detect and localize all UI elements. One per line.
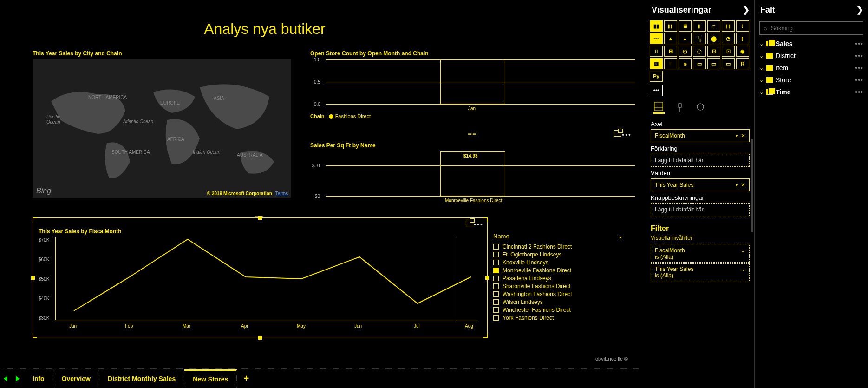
more-options-icon[interactable]: ••• [855, 88, 863, 96]
more-options-icon[interactable]: ••• [855, 52, 863, 59]
tab-next-icon[interactable] [14, 375, 22, 383]
more-options-icon[interactable]: ••• [622, 131, 632, 138]
viz-type-button[interactable]: ⊞ [664, 46, 677, 57]
name-slicer[interactable]: Name ⌄ Cincinnati 2 Fashions DirectFt. O… [493, 232, 623, 322]
chevron-down-icon[interactable]: ⌄ [759, 53, 764, 59]
focus-mode-icon[interactable] [466, 220, 473, 226]
values-field[interactable]: This Year Sales ▾✕ [651, 178, 750, 191]
slicer-item[interactable]: Ft. Oglethorpe Lindseys [493, 251, 623, 258]
slicer-item[interactable]: Cincinnati 2 Fashions Direct [493, 243, 623, 250]
tooltips-dropzone[interactable]: Lägg till datafält här [651, 203, 750, 216]
viz-type-button[interactable]: ⌾ [679, 58, 692, 69]
field-table-sales[interactable]: ⌄Sales••• [755, 38, 868, 50]
more-options-icon[interactable]: ••• [474, 221, 483, 228]
viz-type-button[interactable]: ⫿⫿ [664, 20, 677, 32]
checkbox-icon[interactable] [493, 260, 499, 265]
viz-type-button[interactable]: R [736, 58, 749, 69]
axis-field[interactable]: FiscalMonth ▾✕ [651, 129, 750, 142]
tab-district-monthly-sales[interactable]: District Monthly Sales [99, 369, 184, 388]
viz-type-button[interactable]: ⫶ [736, 20, 749, 32]
chevron-down-icon[interactable]: ⌄ [759, 65, 764, 71]
viz-type-button[interactable]: ░ [693, 33, 706, 44]
viz-type-button[interactable]: Py [650, 71, 663, 82]
checkbox-icon[interactable] [493, 252, 499, 257]
field-table-item[interactable]: ⌄Item••• [755, 62, 868, 74]
drag-handle-icon[interactable]: ══ [255, 214, 265, 219]
viz-type-button[interactable]: ◉ [736, 46, 749, 57]
tab-info[interactable]: Info [24, 369, 53, 388]
slicer-item[interactable]: Pasadena Lindseys [493, 275, 623, 282]
slicer-item[interactable]: York Fashions Direct [493, 315, 623, 321]
viz-type-button[interactable]: ≡ [664, 58, 677, 69]
checkbox-icon[interactable] [493, 315, 499, 321]
viz-type-button[interactable]: ▭ [693, 58, 706, 69]
field-table-time[interactable]: ⌄Time••• [755, 86, 868, 98]
open-store-count-chart[interactable]: Open Store Count by Open Month and Chain… [310, 50, 635, 128]
viz-type-button[interactable]: ◌ [693, 46, 706, 57]
tab-new-stores[interactable]: New Stores [184, 369, 237, 388]
checkbox-icon[interactable] [493, 291, 499, 297]
chevron-down-icon[interactable]: ⌄ [618, 232, 623, 240]
scrollbar[interactable] [751, 139, 753, 232]
map-visual[interactable]: This Year Sales by City and Chain NORTH … [33, 50, 291, 203]
checkbox-icon[interactable] [493, 244, 499, 250]
slicer-item[interactable]: Washington Fashions Direct [493, 291, 623, 297]
more-options-icon[interactable]: ••• [855, 40, 863, 47]
chevron-down-icon[interactable]: ⌄ [759, 77, 764, 83]
bar1-bar-jan[interactable] [440, 59, 505, 104]
chevron-down-icon[interactable]: ⌄ [741, 247, 745, 254]
viz-type-button[interactable]: ▴ [679, 33, 692, 44]
viz-type-button[interactable]: ▭ [707, 58, 720, 69]
field-table-district[interactable]: ⌄District••• [755, 50, 868, 62]
sales-per-sqft-chart[interactable]: Sales Per Sq Ft by Name $10 $0 $14.93 Mo… [310, 142, 635, 211]
slicer-item[interactable]: Knoxville Lindseys [493, 259, 623, 266]
viz-type-button[interactable]: ≡ [707, 20, 720, 32]
viz-type-button[interactable]: ≣ [679, 20, 692, 32]
legend-dropzone[interactable]: Lägg till datafält här [651, 154, 750, 167]
fields-search-input[interactable]: ⌕ Sökning [759, 21, 863, 35]
slicer-item[interactable]: Winchester Fashions Direct [493, 307, 623, 313]
chevron-down-icon[interactable]: ▾ [736, 183, 738, 188]
fields-tool-icon[interactable] [653, 102, 665, 114]
checkbox-icon[interactable] [493, 283, 499, 289]
map-terms-link[interactable]: Terms [275, 191, 288, 196]
collapse-panel-icon[interactable]: ❯ [743, 5, 750, 15]
checkbox-icon[interactable] [493, 276, 499, 281]
more-options-icon[interactable]: ••• [855, 76, 863, 84]
viz-type-button[interactable]: ⫿⫿ [722, 20, 735, 32]
chevron-down-icon[interactable]: ⌄ [741, 266, 745, 272]
viz-type-button[interactable]: ▦ [650, 58, 663, 69]
map-image[interactable]: NORTH AMERICA EUROPE ASIA AFRICA SOUTH A… [33, 59, 291, 198]
drag-handle-icon[interactable]: ══ [468, 132, 477, 137]
checkbox-icon[interactable] [493, 268, 499, 273]
viz-type-button[interactable]: 〰 [650, 33, 663, 44]
remove-field-icon[interactable]: ✕ [741, 132, 745, 139]
tab-overview[interactable]: Overview [53, 369, 99, 388]
viz-type-button[interactable]: ⬤ [707, 33, 720, 44]
slicer-item[interactable]: Wilson Lindseys [493, 299, 623, 305]
slicer-item[interactable]: Sharonville Fashions Direct [493, 283, 623, 289]
viz-type-button[interactable]: ⫿ [736, 33, 749, 44]
filter-card[interactable]: FiscalMonth⌄is (Alla) [651, 245, 750, 263]
chevron-down-icon[interactable]: ⌄ [759, 41, 764, 47]
viz-type-button[interactable]: ⊡ [707, 46, 720, 57]
slicer-item[interactable]: Monroeville Fashions Direct [493, 267, 623, 274]
viz-type-button[interactable]: ▭ [722, 58, 735, 69]
analytics-tool-icon[interactable] [695, 102, 707, 114]
add-page-button[interactable]: + [237, 373, 255, 384]
format-tool-icon[interactable] [674, 102, 686, 114]
tab-prev-icon[interactable] [2, 375, 10, 383]
viz-type-button[interactable]: ◔ [722, 33, 735, 44]
checkbox-icon[interactable] [493, 299, 499, 305]
viz-type-button[interactable]: ⎍ [650, 46, 663, 57]
viz-more-button[interactable]: ••• [650, 85, 663, 96]
collapse-panel-icon[interactable]: ❯ [856, 5, 863, 15]
viz-type-button[interactable]: ⊡ [722, 46, 735, 57]
chevron-down-icon[interactable]: ▾ [736, 133, 738, 138]
viz-type-button[interactable]: ▲ [664, 33, 677, 44]
this-year-sales-line-chart[interactable]: ══ ••• This Year Sales by FiscalMonth $7… [33, 217, 488, 338]
viz-type-button[interactable]: ▮▮ [650, 20, 663, 32]
viz-type-button[interactable]: ⫿ [693, 20, 706, 32]
chevron-down-icon[interactable]: ⌄ [759, 89, 764, 95]
field-table-store[interactable]: ⌄Store••• [755, 74, 868, 86]
